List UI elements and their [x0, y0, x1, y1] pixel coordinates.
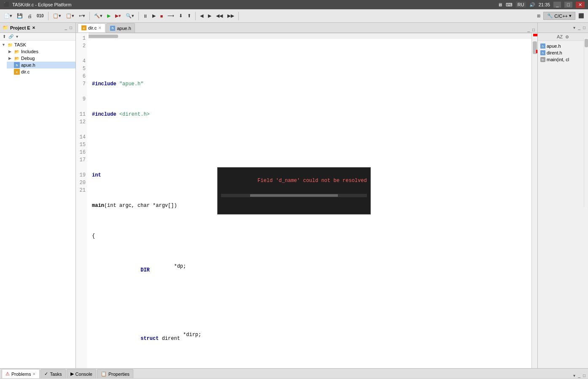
- debug-button[interactable]: ▶▾: [113, 11, 123, 22]
- bottom-panel-menu-button[interactable]: ▾: [572, 373, 576, 378]
- includes-icon: 📂: [14, 49, 20, 54]
- tab-properties-label: Properties: [108, 372, 129, 377]
- code-editor[interactable]: 1 2 4 5 6 7 9 11 12 14 15 16 17: [76, 33, 537, 368]
- save-button[interactable]: 💾: [15, 11, 25, 22]
- undo-button[interactable]: ↩▾: [77, 11, 87, 22]
- bottom-tabs-right: ▾ _ □: [572, 373, 586, 378]
- bottom-tabs-left: ⚠ Problems ✕ ✓ Tasks ▶ Console 📋 Propert…: [2, 369, 133, 378]
- tab-dir-c-close[interactable]: ✕: [98, 26, 102, 30]
- maximize-panel-button[interactable]: □: [69, 25, 73, 30]
- paste-button[interactable]: 📋▾: [64, 11, 76, 22]
- bottom-panel-minimize-button[interactable]: _: [577, 373, 581, 378]
- code-type: int: [92, 171, 101, 179]
- window-title: TASK/dir.c - Eclipse Platform: [12, 2, 71, 7]
- sep2: [89, 12, 90, 20]
- close-button[interactable]: ✕: [576, 2, 585, 8]
- bottom-panel-maximize-button[interactable]: □: [582, 373, 586, 378]
- back-button[interactable]: ◀: [198, 11, 205, 22]
- title-bar-right: 🖥 ⌨ RU 🔊 21:35 _ □ ✕: [498, 2, 585, 8]
- tab-dir-c-label: dir.c: [88, 25, 97, 30]
- editor-vertical-scrollbar[interactable]: [531, 33, 537, 368]
- problems-tab-close[interactable]: ✕: [32, 372, 36, 376]
- tab-apue-h-icon: h: [110, 26, 115, 31]
- editor-minimize-button[interactable]: _: [526, 27, 531, 33]
- perspective-label[interactable]: 🔧 C/C++ ▾: [543, 12, 575, 20]
- right-panel-maximize-button[interactable]: □: [582, 25, 586, 30]
- dir-c-icon: c: [14, 69, 20, 75]
- maximize-button[interactable]: □: [564, 2, 572, 8]
- editor-maximize-button[interactable]: □: [531, 27, 536, 33]
- right-panel-menu-button[interactable]: ▾: [572, 25, 576, 30]
- collapse-all-button[interactable]: ⬆: [2, 34, 7, 39]
- code-line-8: [92, 301, 528, 308]
- sort-button[interactable]: AZ: [556, 34, 564, 40]
- code-line-1: #include "apue.h": [92, 80, 528, 88]
- outline-h-icon-dirent: h: [540, 50, 545, 55]
- outline-fn-icon-main: fn: [540, 57, 545, 62]
- project-icon: 📁: [7, 42, 13, 48]
- tab-properties[interactable]: 📋 Properties: [97, 369, 133, 378]
- code-type-dir: DIR: [140, 266, 150, 274]
- debug-folder-icon: 📂: [14, 55, 20, 61]
- right-panel-scrollbar-thumb[interactable]: [585, 39, 588, 47]
- new-button[interactable]: 📄▾: [2, 11, 14, 22]
- sep4: [195, 12, 196, 20]
- tooltip-scrollbar[interactable]: [221, 194, 367, 197]
- right-panel-minimize-button[interactable]: _: [577, 25, 581, 30]
- tree-item-includes[interactable]: ▶ 📂 Includes: [7, 48, 76, 55]
- tree-item-dir-c[interactable]: c dir.c: [7, 68, 76, 75]
- app-icon: ⬛: [3, 2, 10, 8]
- code-line-9: struct dirent *dirp;: [92, 331, 528, 346]
- tab-problems-label: Problems: [11, 372, 31, 377]
- code-text: main(int argc, char *argv[]): [92, 202, 177, 209]
- suspend-button[interactable]: ⏸: [141, 11, 150, 22]
- next-edit-button[interactable]: ▶▶: [225, 11, 236, 22]
- tree-item-debug[interactable]: ▶ 📂 Debug: [7, 55, 76, 62]
- run-button[interactable]: ▶: [105, 11, 113, 22]
- tasks-tab-icon: ✓: [44, 371, 48, 377]
- stepreturn-button[interactable]: ⬆: [185, 11, 193, 22]
- outline-h-icon-apue: h: [540, 43, 545, 49]
- title-bar-left: ⬛ TASK/dir.c - Eclipse Platform: [3, 2, 71, 8]
- outline-item-main[interactable]: fn main(int, cl: [539, 56, 586, 63]
- sep5: [238, 12, 239, 20]
- print-button[interactable]: 🖨: [25, 11, 34, 22]
- minimize-panel-button[interactable]: _: [64, 25, 68, 30]
- prev-edit-button[interactable]: ◀◀: [214, 11, 225, 22]
- stop-button[interactable]: ■: [158, 11, 165, 22]
- tree-item-apue-h[interactable]: h apue.h: [7, 62, 76, 68]
- outline-item-apue-h[interactable]: h apue.h: [539, 43, 586, 49]
- right-panel-scrollbar[interactable]: [584, 38, 588, 207]
- outline-label-dirent-h: dirent.h: [547, 50, 562, 55]
- coverage-button[interactable]: 🔍▾: [124, 11, 136, 22]
- tab-apue-h[interactable]: h apue.h: [106, 23, 135, 33]
- link-editor-button[interactable]: 🔗: [8, 34, 14, 39]
- tab-dir-c[interactable]: c dir.c ✕: [78, 23, 105, 33]
- left-panel-controls: _ □: [64, 25, 73, 30]
- tab-problems[interactable]: ⚠ Problems ✕: [2, 369, 40, 378]
- filter-button[interactable]: ⚙: [564, 34, 570, 40]
- close-tab-icon[interactable]: ✕: [32, 26, 35, 30]
- left-panel-header: 📁 Project E ✕ _ □: [0, 23, 76, 33]
- bottom-tabs: ⚠ Problems ✕ ✓ Tasks ▶ Console 📋 Propert…: [0, 369, 588, 379]
- stepover-button[interactable]: ⟶: [165, 11, 176, 22]
- tab-console[interactable]: ▶ Console: [67, 369, 96, 378]
- build-button[interactable]: 🔨▾: [92, 11, 105, 22]
- open-perspective-button[interactable]: ⊞: [535, 11, 542, 22]
- copy-button[interactable]: 📋▾: [51, 11, 63, 22]
- maximize-editor-button[interactable]: ⬛: [576, 11, 586, 22]
- tooltip-popup: Field 'd_name' could not be resolved: [217, 167, 371, 214]
- resume-button[interactable]: ▶: [150, 11, 158, 22]
- code-area: #include "apue.h" #include <dirent.h> in…: [89, 33, 531, 368]
- tree-item-task[interactable]: ▼ 📁 TASK: [0, 41, 76, 48]
- forward-button[interactable]: ▶: [206, 11, 213, 22]
- hex-button[interactable]: 010: [35, 11, 46, 22]
- right-panel-header: ▾ _ □: [538, 23, 588, 33]
- tab-tasks[interactable]: ✓ Tasks: [40, 369, 65, 378]
- stepinto-button[interactable]: ⬇: [177, 11, 185, 22]
- outline-item-dirent-h[interactable]: h dirent.h: [539, 49, 586, 56]
- minimize-button[interactable]: _: [553, 2, 561, 8]
- keyboard-icon: ⌨: [506, 2, 512, 8]
- view-menu-button[interactable]: ▾: [15, 34, 19, 39]
- tooltip-text: Field 'd_name' could not be resolved: [257, 178, 367, 184]
